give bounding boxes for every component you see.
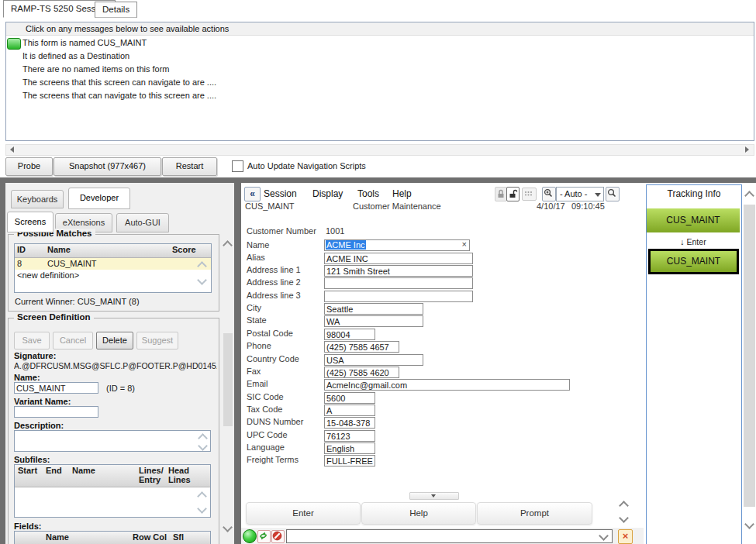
alias-input[interactable] (324, 253, 473, 264)
cell-name: CUS_MAINT (47, 259, 97, 268)
date-text: 4/10/17 (537, 201, 565, 211)
zoom-level-select[interactable]: - Auto - (556, 187, 604, 201)
help-button[interactable]: Help (361, 502, 476, 525)
match-row-selected[interactable]: 8 CUS_MAINT (15, 258, 211, 270)
tab-label: Auto-GUI (125, 218, 161, 227)
magnifier-icon[interactable] (606, 187, 620, 201)
vertical-splitter[interactable] (234, 183, 241, 544)
menu-tools[interactable]: Tools (357, 188, 379, 199)
name-input[interactable]: ACME Inc × (324, 239, 470, 251)
tracking-title: Tracking Info (647, 188, 741, 199)
prompt-button[interactable]: Prompt (477, 502, 592, 525)
tab-developer[interactable]: Developer (68, 188, 130, 209)
command-input[interactable] (286, 529, 613, 543)
message-row[interactable]: The screens that can navigate to this sc… (6, 89, 754, 102)
messages-hscrollbar[interactable] (5, 144, 754, 156)
tracking-node-current[interactable]: CUS_MAINT (648, 249, 739, 274)
col-sfl: Sfl (173, 532, 184, 542)
scrollbar-thumb[interactable] (744, 205, 755, 507)
address2-input[interactable] (324, 277, 473, 289)
duns-number-input[interactable] (324, 417, 375, 429)
ramp-tools-window: RAMP-TS 5250 Session Details Click on an… (0, 0, 756, 544)
menu-help[interactable]: Help (392, 188, 412, 199)
match-row-new[interactable]: <new definition> (15, 270, 211, 281)
dropdown-arrow-icon[interactable] (599, 531, 609, 541)
tax-code-input[interactable] (324, 405, 375, 416)
tab-label: Details (102, 5, 129, 14)
connection-status-icon (243, 529, 257, 543)
freight-terms-input[interactable] (324, 455, 375, 467)
address3-input[interactable] (324, 291, 473, 302)
name-field[interactable] (14, 382, 98, 394)
scroll-right-arrow-icon[interactable] (741, 145, 754, 153)
scroll-down-icon[interactable] (744, 519, 754, 529)
tab-auto-gui[interactable]: Auto-GUI (116, 213, 169, 232)
restart-button[interactable]: Restart (162, 157, 217, 176)
panel-collapse-handle[interactable] (409, 492, 459, 500)
field-label: Address line 1 (247, 265, 301, 274)
field-label: DUNS Number (247, 417, 303, 426)
zoom-in-icon[interactable] (542, 187, 556, 201)
email-input[interactable] (324, 379, 570, 391)
field-label: Country Code (247, 354, 299, 363)
phone-input[interactable] (324, 341, 399, 353)
horizontal-splitter[interactable] (0, 177, 756, 183)
signature-label: Signature: (14, 351, 56, 360)
name-id-text: (ID = 8) (106, 384, 135, 393)
menu-session[interactable]: Session (264, 188, 297, 199)
tab-screens[interactable]: Screens (7, 212, 54, 232)
delete-button[interactable]: Delete (96, 332, 133, 349)
suggest-button[interactable]: Suggest (136, 332, 178, 349)
close-x-icon[interactable]: × (618, 529, 633, 544)
col-id: ID (17, 245, 26, 254)
auto-update-checkbox[interactable] (232, 160, 243, 172)
scroll-left-arrow-icon[interactable] (6, 145, 19, 153)
matches-table-header: ID Name Score (15, 244, 211, 258)
message-row[interactable]: This form is named CUS_MAINT (6, 36, 754, 50)
language-input[interactable] (324, 442, 375, 454)
scroll-up-icon[interactable] (744, 191, 754, 201)
address1-input[interactable] (324, 265, 473, 277)
clear-x-icon[interactable]: × (462, 239, 467, 249)
state-input[interactable] (324, 315, 423, 327)
variant-name-field[interactable] (14, 406, 98, 418)
collapse-chevrons-icon[interactable]: « (244, 187, 261, 201)
tab-keyboards[interactable]: Keyboards (11, 190, 64, 208)
auto-update-label: Auto Update Navigation Scripts (247, 161, 366, 170)
unlock-icon[interactable] (506, 187, 520, 201)
message-row[interactable]: The screens that this screen can navigat… (6, 76, 754, 89)
fax-input[interactable] (324, 367, 399, 378)
col-end: End (46, 466, 62, 475)
scroll-up-icon[interactable] (197, 491, 207, 501)
col-entry: Entry (139, 475, 161, 484)
city-input[interactable] (324, 303, 423, 315)
field-label: City (247, 303, 261, 312)
probe-button[interactable]: Probe (5, 157, 53, 176)
tab-label: RAMP-TS 5250 Session (11, 4, 108, 13)
grid-dots-icon[interactable] (522, 188, 537, 201)
refresh-icon[interactable] (257, 530, 271, 543)
enter-button[interactable]: Enter (246, 502, 361, 525)
col-score: Score (172, 245, 196, 254)
description-field[interactable] (14, 430, 211, 452)
message-row[interactable]: It is defined as a Destination (6, 50, 754, 63)
save-button[interactable]: Save (14, 332, 50, 349)
snapshot-button[interactable]: Snapshot (977x467) (54, 157, 161, 176)
tracking-node[interactable]: CUS_MAINT (647, 208, 740, 232)
scroll-down-icon[interactable] (197, 504, 207, 514)
cell-id: <new definition> (17, 270, 79, 280)
menu-display[interactable]: Display (312, 188, 343, 199)
sic-code-input[interactable] (324, 392, 375, 404)
matches-table: ID Name Score 8 CUS_MAINT <new definitio… (14, 243, 212, 293)
block-icon[interactable] (271, 530, 285, 543)
country-code-input[interactable] (324, 354, 423, 366)
message-row[interactable]: There are no named items on this form (6, 63, 754, 76)
lock-icon[interactable] (495, 187, 507, 201)
scroll-down-icon[interactable] (198, 441, 208, 451)
postal-code-input[interactable] (324, 329, 375, 340)
tab-details[interactable]: Details (95, 2, 137, 18)
cancel-button[interactable]: Cancel (53, 332, 93, 349)
field-label: Alias (247, 253, 265, 262)
upc-code-input[interactable] (324, 430, 375, 442)
scrollbar-thumb[interactable] (223, 333, 233, 426)
